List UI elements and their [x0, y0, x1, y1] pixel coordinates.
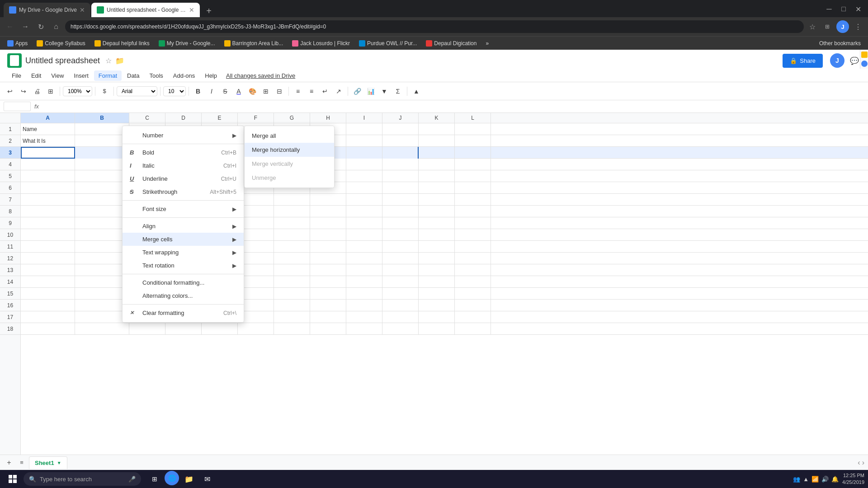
text-color-button[interactable]: A [232, 85, 245, 98]
format-menu-bold[interactable]: B Bold Ctrl+B [123, 146, 244, 159]
cell-k15[interactable] [419, 288, 455, 300]
maximize-button[interactable]: □ [837, 3, 850, 15]
cell-b5[interactable] [75, 170, 129, 182]
cell-a1[interactable]: Name [21, 123, 75, 135]
sheet-tab-sheet1[interactable]: Sheet1 ▼ [29, 456, 67, 469]
cell-l16[interactable] [455, 300, 491, 311]
menu-addons[interactable]: Add-ons [169, 70, 199, 81]
cell-l7[interactable] [455, 194, 491, 206]
collapse-toolbar-button[interactable]: ▲ [410, 85, 423, 98]
halign-button[interactable]: ≡ [292, 85, 304, 98]
col-header-c[interactable]: C [129, 113, 165, 123]
volume-icon[interactable]: 🔊 [821, 476, 829, 483]
menu-data[interactable]: Data [123, 70, 144, 81]
cell-j11[interactable] [382, 241, 419, 253]
text-rotate-button[interactable]: ↗ [332, 85, 345, 98]
row-header-8[interactable]: 8 [0, 206, 20, 217]
cell-i11[interactable] [346, 241, 382, 253]
format-paint-button[interactable]: ⊞ [44, 85, 57, 98]
cell-b15[interactable] [75, 288, 129, 300]
merge-button[interactable]: ⊟ [273, 85, 286, 98]
taskview-button[interactable]: ⊞ [146, 471, 163, 487]
cell-b8[interactable] [75, 206, 129, 217]
cell-a5[interactable] [21, 170, 75, 182]
row-header-9[interactable]: 9 [0, 217, 20, 229]
cell-j7[interactable] [382, 194, 419, 206]
borders-button[interactable]: ⊞ [259, 85, 272, 98]
cell-i4[interactable] [346, 159, 382, 170]
bookmark-depaul[interactable]: Depaul helpful links [91, 39, 153, 47]
all-sheets-button[interactable]: ≡ [16, 457, 27, 468]
cell-b18[interactable] [75, 323, 129, 335]
share-button[interactable]: 🔒 Share [783, 54, 823, 68]
cell-k2[interactable] [419, 135, 455, 147]
cell-h8[interactable] [310, 206, 346, 217]
format-menu-italic[interactable]: I Italic Ctrl+I [123, 159, 244, 172]
cell-h9[interactable] [310, 217, 346, 229]
formula-input[interactable] [42, 103, 864, 110]
row-header-4[interactable]: 4 [0, 159, 20, 170]
home-button[interactable]: ⌂ [50, 20, 62, 33]
forward-button[interactable]: → [19, 20, 32, 33]
format-menu-textwrapping[interactable]: Text wrapping ▶ [123, 246, 244, 259]
strikethrough-button[interactable]: S [219, 85, 231, 98]
cell-i18[interactable] [346, 323, 382, 335]
notification-icon[interactable]: 🔔 [831, 476, 839, 483]
cell-j10[interactable] [382, 229, 419, 241]
cell-k12[interactable] [419, 253, 455, 264]
col-header-f[interactable]: F [238, 113, 274, 123]
cell-l15[interactable] [455, 288, 491, 300]
cell-l17[interactable] [455, 311, 491, 323]
insert-filter-button[interactable]: ▼ [378, 85, 391, 98]
cell-b16[interactable] [75, 300, 129, 311]
cell-b13[interactable] [75, 264, 129, 276]
menu-file[interactable]: File [7, 70, 26, 81]
cell-j2[interactable] [382, 135, 419, 147]
cell-l1[interactable] [455, 123, 491, 135]
link-button[interactable]: 🔗 [351, 85, 363, 98]
bookmark-barrington[interactable]: Barrington Area Lib... [221, 39, 287, 47]
cell-j12[interactable] [382, 253, 419, 264]
row-header-18[interactable]: 18 [0, 323, 20, 335]
taskbar-search[interactable]: 🔍 Type here to search 🎤 [24, 472, 141, 486]
tab-sheets-close[interactable]: ✕ [189, 6, 194, 14]
format-menu-textrotation[interactable]: Text rotation ▶ [123, 259, 244, 272]
format-menu-underline[interactable]: U Underline Ctrl+U [123, 172, 244, 185]
font-size-select[interactable]: 10 [163, 86, 186, 96]
col-header-l[interactable]: L [455, 113, 491, 123]
col-header-k[interactable]: K [419, 113, 455, 123]
cell-h12[interactable] [310, 253, 346, 264]
cell-f18[interactable] [238, 323, 274, 335]
cell-l4[interactable] [455, 159, 491, 170]
cell-k8[interactable] [419, 206, 455, 217]
cell-h16[interactable] [310, 300, 346, 311]
chevron-up-icon[interactable]: ▲ [803, 476, 809, 483]
bookmark-mydrive[interactable]: My Drive - Google... [155, 39, 219, 47]
tab-sheets[interactable]: Untitled spreadsheet - Google S... ✕ [91, 3, 200, 17]
add-sheet-button[interactable]: + [4, 457, 14, 468]
cell-g11[interactable] [274, 241, 310, 253]
cell-l2[interactable] [455, 135, 491, 147]
cell-i14[interactable] [346, 276, 382, 288]
dollar-format-button[interactable]: $ [98, 85, 111, 98]
merge-horizontally[interactable]: Merge horizontally [245, 143, 334, 157]
text-wrap-button[interactable]: ↵ [319, 85, 331, 98]
cell-i13[interactable] [346, 264, 382, 276]
cell-g14[interactable] [274, 276, 310, 288]
cell-g7[interactable] [274, 194, 310, 206]
cell-i6[interactable] [346, 182, 382, 194]
network-icon[interactable]: 📶 [811, 476, 819, 483]
cell-l8[interactable] [455, 206, 491, 217]
address-input[interactable] [65, 20, 804, 33]
cell-i12[interactable] [346, 253, 382, 264]
cell-b7[interactable] [75, 194, 129, 206]
cell-g10[interactable] [274, 229, 310, 241]
menu-help[interactable]: Help [200, 70, 222, 81]
tab-drive-close[interactable]: ✕ [80, 6, 85, 14]
new-tab-button[interactable]: + [203, 5, 215, 17]
start-button[interactable] [4, 471, 22, 487]
bookmark-apps[interactable]: Apps [4, 39, 31, 47]
user-avatar[interactable]: J [830, 53, 844, 68]
cell-l12[interactable] [455, 253, 491, 264]
font-family-select[interactable]: Arial [117, 86, 157, 96]
